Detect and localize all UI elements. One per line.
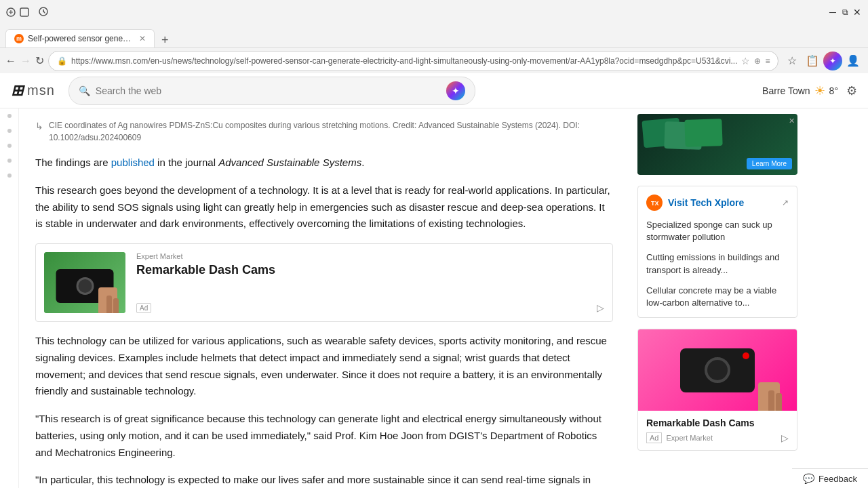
ad-image: [44, 252, 125, 313]
sidebar-ad2-label: Ad: [646, 432, 662, 443]
browser-chrome: ─ ⧉ ✕ m Self-powered sensor generat... ✕…: [0, 0, 868, 73]
window-controls[interactable]: [5, 7, 30, 18]
msn-logo[interactable]: ⊞ msn: [11, 82, 55, 100]
tech-xplore-item-2[interactable]: Cutting emissions in buildings and trans…: [646, 251, 789, 276]
sidebar-ad2-content: Remarkable Dash Cams Ad Expert Market ▷: [638, 411, 797, 450]
minimize-btn[interactable]: ─: [827, 7, 838, 18]
sidebar-dot-3: [7, 144, 12, 148]
left-sidebar: [0, 108, 19, 488]
temperature: 8°: [829, 85, 838, 96]
profile-btn[interactable]: 👤: [844, 52, 863, 70]
sidebar-ad2-source: Expert Market: [666, 434, 712, 442]
collections-btn[interactable]: 📋: [803, 52, 822, 70]
published-link[interactable]: published: [111, 157, 155, 168]
reading-mode-icon[interactable]: ≡: [765, 56, 770, 66]
restore-btn[interactable]: ⧉: [840, 7, 850, 18]
new-tab-btn[interactable]: +: [157, 33, 173, 47]
header-right: Barre Town ☀ 8° ⚙: [762, 83, 857, 98]
svg-text:TX: TX: [651, 200, 659, 207]
sidebar-dot-1: [7, 114, 12, 118]
ad-image-inner: [44, 252, 125, 313]
lock-icon: 🔒: [57, 56, 67, 66]
tech-xplore-title[interactable]: Visit Tech Xplore: [668, 197, 744, 208]
inline-ad: Expert Market Remarkable Dash Cams Ad ▷: [35, 243, 613, 322]
extensions-icon[interactable]: ⊕: [754, 56, 761, 66]
url-text: https://www.msn.com/en-us/news/technolog…: [71, 56, 737, 66]
refresh-btn[interactable]: ↻: [35, 52, 44, 70]
favorites-btn[interactable]: ☆: [783, 52, 802, 70]
bookmark-star-icon[interactable]: ☆: [741, 56, 750, 66]
sidebar-ad2-footer: Ad Expert Market ▷: [646, 432, 789, 443]
external-link-icon[interactable]: ↗: [782, 198, 789, 207]
sidebar-ad2-title[interactable]: Remarkable Dash Cams: [646, 418, 789, 428]
copilot-btn[interactable]: ✦: [823, 52, 842, 70]
url-action-icons: ☆ ⊕ ≡: [741, 56, 770, 66]
paragraph-5: "In particular, this technology is expec…: [35, 472, 613, 488]
article-main: ↳ CIE coordinates of Ag nanowires PDMS-Z…: [19, 108, 629, 488]
caption-text: CIE coordinates of Ag nanowires PDMS-ZnS…: [49, 119, 613, 144]
paragraph-2: This research goes beyond the developmen…: [35, 182, 613, 232]
page-container: ↳ CIE coordinates of Ag nanowires PDMS-Z…: [0, 108, 868, 488]
sidebar-ad-close-btn[interactable]: ✕: [789, 117, 795, 125]
address-bar: ← → ↻ 🔒 https://www.msn.com/en-us/news/t…: [0, 47, 868, 73]
paragraph-4: "This research is of great significance …: [35, 411, 613, 461]
more-btn[interactable]: ⋯: [864, 52, 868, 70]
search-input[interactable]: [96, 85, 441, 96]
tab-title: Self-powered sensor generat...: [28, 34, 132, 43]
sidebar-ad-image: Learn More ✕: [637, 114, 797, 175]
tech-xplore-items: Specialized sponge can suck up stormwate…: [646, 219, 789, 309]
paragraph-1-after: in the journal: [155, 157, 218, 168]
url-bar[interactable]: 🔒 https://www.msn.com/en-us/news/technol…: [48, 51, 778, 71]
close-btn[interactable]: ✕: [852, 7, 863, 18]
svg-rect-1: [20, 8, 28, 16]
new-window-btn[interactable]: [19, 7, 30, 18]
ad-title[interactable]: Remarkable Dash Cams: [136, 263, 604, 277]
sidebar-dot-4: [7, 159, 12, 163]
browser-actions: ☆ 📋 ✦ 👤 ⋯: [783, 52, 868, 70]
settings-icon[interactable]: ⚙: [846, 83, 857, 98]
search-box[interactable]: 🔍 ✦: [68, 77, 475, 105]
back-btn[interactable]: ←: [5, 52, 16, 70]
caption-arrow-icon: ↳: [35, 121, 43, 131]
ad-report-icon[interactable]: ▷: [597, 302, 604, 313]
feedback-icon: 💬: [803, 473, 814, 484]
copilot-search-icon[interactable]: ✦: [446, 81, 465, 100]
sidebar-learn-more-btn[interactable]: Learn More: [747, 158, 792, 169]
right-sidebar: Learn More ✕ TX Visit Tech Xplore ↗ Spec…: [629, 108, 806, 488]
sidebar-dot-2: [7, 129, 12, 133]
tab-bar: m Self-powered sensor generat... ✕ +: [0, 24, 868, 47]
forward-btn[interactable]: →: [20, 52, 31, 70]
sidebar-ad2-image: [638, 329, 797, 411]
sidebar-dot-5: [7, 174, 12, 178]
msn-brand-text: msn: [27, 83, 55, 98]
tech-xplore-header: TX Visit Tech Xplore ↗: [646, 195, 789, 211]
sidebar-top-ad: Learn More ✕: [637, 114, 797, 175]
active-tab[interactable]: m Self-powered sensor generat... ✕: [5, 29, 155, 47]
paragraph-1-before-link: The findings are: [35, 157, 111, 168]
paragraph-1: The findings are published in the journa…: [35, 155, 613, 171]
feedback-bar[interactable]: 💬 Feedback: [792, 468, 868, 488]
sidebar-ad2-report-icon[interactable]: ▷: [781, 432, 789, 443]
tech-xplore-item-3[interactable]: Cellular concrete may be a viable low-ca…: [646, 285, 789, 309]
ad-content: Expert Market Remarkable Dash Cams: [136, 252, 604, 277]
paragraph-1-end: .: [361, 157, 364, 168]
tech-xplore-logo: TX: [646, 195, 663, 211]
msn-logo-text: ⊞: [11, 82, 23, 100]
ad-source: Expert Market: [136, 252, 604, 260]
paragraph-3: This technology can be utilized for vari…: [35, 333, 613, 400]
journal-name: Advanced Sustainable Systems: [218, 157, 361, 168]
ad-label: Ad: [136, 303, 151, 313]
sidebar-bottom-ad: Remarkable Dash Cams Ad Expert Market ▷: [637, 329, 797, 451]
tech-xplore-item-1[interactable]: Specialized sponge can suck up stormwate…: [646, 219, 789, 243]
history-icon[interactable]: [38, 6, 49, 19]
feedback-label: Feedback: [818, 474, 857, 484]
title-bar: ─ ⧉ ✕: [0, 0, 868, 24]
browser-icon: [5, 7, 16, 18]
tab-favicon: m: [14, 34, 24, 43]
location-weather[interactable]: Barre Town ☀ 8°: [762, 83, 838, 98]
tech-xplore-box: TX Visit Tech Xplore ↗ Specialized spong…: [637, 186, 797, 318]
location-name: Barre Town: [762, 85, 810, 96]
image-caption: ↳ CIE coordinates of Ag nanowires PDMS-Z…: [35, 119, 613, 144]
close-tab-btn[interactable]: ✕: [139, 34, 146, 43]
weather-icon: ☀: [814, 83, 825, 98]
